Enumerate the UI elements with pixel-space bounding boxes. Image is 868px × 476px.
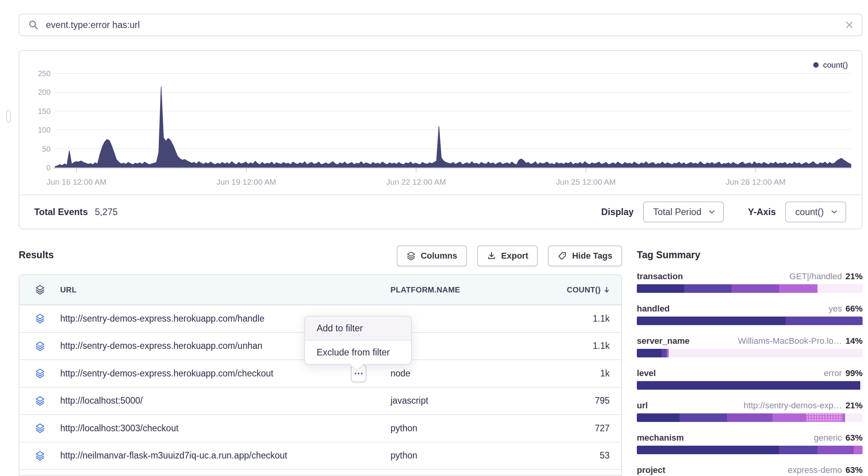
yaxis-dropdown[interactable]: count()	[785, 201, 846, 222]
count-cell[interactable]: 1.1k	[593, 341, 621, 351]
tag-bar-segment[interactable]	[669, 349, 862, 357]
tag-bar-segment[interactable]	[772, 413, 806, 422]
url-cell[interactable]: http://sentry-demos-express.herokuapp.co…	[60, 368, 390, 379]
menu-item-add-to-filter[interactable]: Add to filter	[305, 317, 411, 341]
tag-bar-segment[interactable]	[637, 317, 786, 325]
tag-bar-segment[interactable]	[817, 284, 863, 293]
tag-icon	[558, 251, 567, 261]
tag-row-mechanism: mechanismgeneric63%	[637, 433, 863, 454]
tag-name: mechanism	[637, 433, 684, 443]
tag-bar-segment[interactable]	[817, 446, 854, 454]
tag-bar-segment[interactable]	[779, 284, 817, 293]
search-bar[interactable]	[19, 14, 863, 36]
table-row[interactable]: http://localhost:3003/checkoutpython727	[19, 415, 621, 443]
tag-distribution-bar[interactable]	[637, 349, 863, 357]
stack-icon	[19, 423, 60, 433]
tag-top-value: Williams-MacBook-Pro.lo…14%	[738, 336, 863, 346]
tag-top-percentage: 99%	[845, 368, 863, 378]
cell-action-menu: Add to filterExclude from filter	[304, 316, 412, 365]
tag-top-value: error99%	[824, 368, 863, 378]
count-cell[interactable]: 1.1k	[593, 313, 621, 324]
stack-icon	[19, 341, 60, 351]
tag-bar-segment[interactable]	[637, 446, 779, 454]
chart-legend[interactable]: count()	[813, 60, 848, 70]
search-input[interactable]	[45, 19, 845, 31]
tag-top-value: express-demo63%	[788, 465, 863, 475]
display-dropdown[interactable]: Total Period	[643, 201, 724, 222]
clear-search-icon[interactable]	[845, 20, 854, 30]
tag-bar-segment[interactable]	[637, 284, 684, 293]
tag-bar-segment[interactable]	[860, 381, 863, 390]
columns-button-label: Columns	[421, 251, 457, 261]
count-cell[interactable]: 1k	[600, 368, 621, 379]
results-title: Results	[19, 249, 54, 261]
tag-distribution-bar[interactable]	[637, 413, 863, 422]
platform-cell[interactable]: python	[390, 450, 556, 461]
legend-series-dot	[813, 62, 819, 68]
tag-bar-segment[interactable]	[637, 413, 680, 422]
hide-tags-button-label: Hide Tags	[572, 251, 612, 261]
display-dropdown-value: Total Period	[653, 207, 701, 217]
columns-button[interactable]: Columns	[397, 245, 467, 266]
tag-bar-segment[interactable]	[842, 413, 845, 422]
url-cell[interactable]: http://localhost:5000/	[60, 396, 390, 406]
tag-bar-segment[interactable]	[680, 413, 727, 422]
tag-bar-segment[interactable]	[637, 381, 860, 390]
tag-bar-segment[interactable]	[786, 317, 863, 325]
hide-tags-button[interactable]: Hide Tags	[548, 245, 622, 266]
platform-cell[interactable]: python	[390, 423, 556, 434]
column-header-count[interactable]: COUNT()	[567, 285, 621, 294]
table-row[interactable]: http://neilmanvar-flask-m3uuizd7iq-uc.a.…	[19, 443, 621, 470]
tag-row-server_name: server_nameWilliams-MacBook-Pro.lo…14%	[637, 336, 863, 357]
tag-bar-segment[interactable]	[779, 446, 817, 454]
yaxis-dropdown-value: count()	[795, 207, 824, 217]
download-icon	[487, 251, 496, 261]
tag-distribution-bar[interactable]	[637, 446, 863, 454]
tag-bar-segment[interactable]	[727, 413, 772, 422]
events-chart-panel: count() 050100150200250Jun 16 12:00 AMJu…	[19, 50, 863, 229]
table-header: URL PLATFORM.NAME COUNT()	[19, 275, 621, 305]
stack-icon	[19, 451, 60, 461]
svg-text:50: 50	[42, 145, 51, 153]
tag-bar-segment[interactable]	[732, 284, 779, 293]
tag-top-percentage: 14%	[845, 336, 863, 346]
tag-bar-segment[interactable]	[684, 284, 732, 293]
svg-text:150: 150	[38, 107, 51, 116]
tag-bar-segment[interactable]	[806, 413, 842, 422]
export-button-label: Export	[501, 251, 528, 261]
tag-top-value: http://sentry-demos-exp…21%	[744, 401, 863, 411]
panel-drag-handle[interactable]	[6, 110, 11, 122]
tag-top-value: generic63%	[814, 433, 863, 443]
tag-distribution-bar[interactable]	[637, 317, 863, 325]
column-header-platform[interactable]: PLATFORM.NAME	[390, 285, 556, 294]
count-cell[interactable]: 727	[595, 423, 621, 434]
tag-row-handled: handledyes66%	[637, 304, 863, 325]
tag-bar-segment[interactable]	[845, 413, 863, 422]
svg-text:Jun 19 12:00 AM: Jun 19 12:00 AM	[216, 177, 276, 186]
tag-distribution-bar[interactable]	[637, 284, 863, 293]
platform-cell[interactable]: javascript	[390, 396, 556, 406]
url-cell[interactable]: http://localhost:3003/checkout	[60, 423, 390, 434]
tag-bar-segment[interactable]	[854, 446, 863, 454]
display-label: Display	[601, 207, 634, 217]
tag-row-project: projectexpress-demo63%	[637, 465, 863, 475]
stack-icon	[406, 251, 416, 261]
column-header-url[interactable]: URL	[60, 285, 390, 294]
svg-text:200: 200	[38, 88, 51, 96]
tag-name: transaction	[637, 271, 683, 282]
url-cell[interactable]: http://neilmanvar-flask-m3uuizd7iq-uc.a.…	[60, 450, 390, 461]
tag-distribution-bar[interactable]	[637, 381, 863, 390]
tag-bar-segment[interactable]	[637, 349, 662, 357]
export-button[interactable]: Export	[477, 245, 538, 266]
sort-desc-icon	[602, 285, 611, 294]
total-events-value: 5,275	[95, 207, 118, 217]
legend-series-label: count()	[823, 60, 848, 70]
tag-summary-title: Tag Summary	[637, 249, 863, 261]
count-cell[interactable]: 795	[595, 396, 621, 406]
tag-top-percentage: 63%	[845, 465, 863, 475]
count-cell[interactable]: 53	[600, 450, 621, 461]
platform-cell[interactable]: node	[390, 368, 556, 379]
table-row[interactable]: http://localhost:5000/javascript795	[19, 388, 621, 415]
tag-name: project	[637, 465, 665, 475]
tag-bar-segment[interactable]	[662, 349, 667, 357]
